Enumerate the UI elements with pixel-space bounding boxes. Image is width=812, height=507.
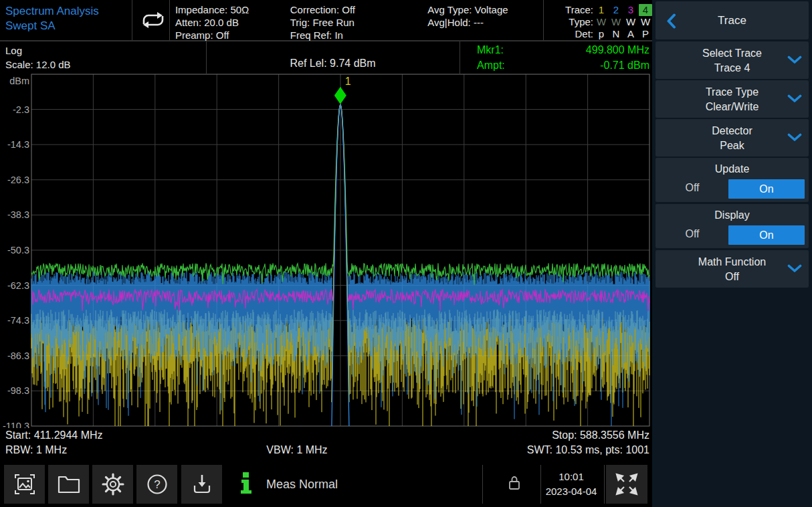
update-on-option[interactable]: On — [728, 179, 805, 199]
swt-readout[interactable]: SWT: 10.53 ms, pts: 1001 — [527, 444, 649, 456]
lock-icon[interactable] — [506, 475, 522, 492]
bottom-toolbar: ? Meas Normal 10:0 — [0, 462, 652, 507]
continuous-sweep-button[interactable] — [132, 0, 170, 40]
main-area: Spectrum Analysis Swept SA Impedance: 50… — [0, 0, 652, 507]
trace4-type: W — [639, 16, 652, 28]
update-off-option[interactable]: Off — [655, 182, 729, 194]
marker-freq-value: 499.800 MHz — [504, 42, 649, 58]
marker-ampl-label: Ampt: — [477, 58, 505, 73]
math-function-value: Off — [655, 270, 809, 284]
trig-readout: Trig: Free Run — [290, 16, 422, 29]
settings-button[interactable] — [92, 465, 133, 504]
date-readout: 2023-04-04 — [538, 484, 604, 499]
panel-title: Trace — [718, 14, 746, 27]
select-trace-value: Trace 4 — [655, 61, 809, 76]
detector-label: Detector — [655, 124, 809, 138]
atten-readout: Atten: 20.0 dB — [175, 16, 285, 29]
trace-type-label: Trace Type — [655, 85, 809, 100]
detector-button[interactable]: Detector Peak — [655, 119, 809, 157]
marker-freq-label: Mkr1: — [477, 42, 504, 58]
chevron-down-icon — [787, 264, 802, 273]
app-title-line1: Spectrum Analysis — [5, 4, 132, 19]
marker-1-label: 1 — [345, 76, 351, 87]
help-button[interactable]: ? — [136, 465, 177, 504]
trace-menu-panel: Trace Select Trace Trace 4 Trace Type Cl… — [652, 0, 812, 507]
chevron-down-icon — [787, 133, 802, 142]
chevron-down-icon — [787, 56, 802, 64]
svg-text:-26.3: -26.3 — [7, 175, 29, 185]
svg-text:-86.3: -86.3 — [7, 350, 29, 361]
trace1-det: p — [595, 28, 608, 40]
folder-icon — [56, 471, 82, 498]
display-off-option[interactable]: Off — [655, 228, 729, 240]
ref-level-readout[interactable]: Ref Lel: 9.74 dBm — [206, 58, 460, 70]
screenshot-button[interactable] — [4, 465, 45, 504]
avg-type-readout: Avg Type: Voltage — [427, 3, 543, 16]
trace-type-button[interactable]: Trace Type Clear/Write — [655, 80, 809, 118]
svg-text:dBm: dBm — [9, 76, 29, 86]
trace1-number[interactable]: 1 — [595, 4, 608, 16]
save-button[interactable] — [181, 465, 222, 504]
display-on-option[interactable]: On — [728, 225, 805, 245]
select-trace-button[interactable]: Select Trace Trace 4 — [655, 41, 809, 79]
average-settings-group: Avg Type: Voltage Avg|Hold: --- — [422, 0, 543, 40]
stop-freq-readout[interactable]: Stop: 588.3556 MHz — [552, 429, 649, 441]
math-function-label: Math Function — [655, 255, 809, 270]
start-freq-readout[interactable]: Start: 411.2944 MHz — [5, 429, 103, 441]
toolbar-divider-3 — [604, 465, 605, 504]
trace4-number-selected[interactable]: 4 — [639, 4, 652, 16]
math-function-button[interactable]: Math Function Off — [655, 250, 809, 288]
marker-1-diamond[interactable] — [334, 87, 346, 104]
info-icon — [239, 471, 253, 495]
svg-text:-38.3: -38.3 — [7, 209, 29, 220]
det-row-label: Det: — [544, 28, 593, 40]
app-title: Spectrum Analysis Swept SA — [0, 0, 132, 40]
chevron-down-icon — [787, 94, 802, 103]
svg-text:-98.3: -98.3 — [7, 385, 29, 396]
file-browser-button[interactable] — [48, 465, 89, 504]
clock-display[interactable]: 10:01 2023-04-04 — [538, 470, 604, 499]
spectrum-plot: dBm-2.3-14.3-26.3-38.3-50.3-62.3-74.3-86… — [0, 74, 652, 428]
scale-mode: Log — [5, 43, 71, 58]
svg-text:-50.3: -50.3 — [7, 245, 29, 256]
fullscreen-button[interactable] — [606, 465, 647, 504]
trace-status-table[interactable]: Trace: 1 2 3 4 Type: W W W W Det: p N — [543, 0, 652, 40]
back-chevron-icon[interactable] — [666, 13, 676, 29]
display-toggle[interactable]: Display Off On — [655, 204, 809, 248]
trigger-settings-group: Correction: Off Trig: Free Run Freq Ref:… — [285, 0, 422, 40]
fullscreen-icon — [613, 471, 640, 498]
app-title-line2: Swept SA — [5, 19, 132, 33]
svg-text:-62.3: -62.3 — [7, 280, 29, 291]
avg-hold-readout: Avg|Hold: --- — [427, 16, 543, 29]
trace2-det: N — [609, 28, 623, 40]
input-settings-group: Impedance: 50Ω Atten: 20.0 dB Preamp: Of… — [170, 0, 285, 40]
freq-ref-readout: Freq Ref: In — [290, 29, 422, 41]
detector-value: Peak — [655, 138, 809, 153]
panel-header[interactable]: Trace — [655, 1, 809, 39]
marker-ampl-value: -0.71 dBm — [505, 58, 649, 73]
continuous-sweep-icon — [135, 7, 166, 33]
meas-mode-label: Meas Normal — [266, 462, 338, 507]
scale-readout[interactable]: Log Scale: 12.0 dB — [5, 43, 71, 72]
preamp-readout: Preamp: Off — [175, 29, 285, 41]
display-label: Display — [655, 208, 809, 223]
marker-readout[interactable]: Mkr1: 499.800 MHz Ampt: -0.71 dBm — [460, 42, 649, 73]
svg-text:-110.3: -110.3 — [3, 421, 29, 428]
screenshot-icon — [11, 471, 38, 498]
scale-value: Scale: 12.0 dB — [5, 58, 71, 72]
trace-row-label: Trace: — [544, 4, 593, 16]
trace3-number[interactable]: 3 — [624, 4, 637, 16]
trace2-number[interactable]: 2 — [609, 4, 623, 16]
chart-header-bar: Log Scale: 12.0 dB Ref Lel: 9.74 dBm Mkr… — [0, 41, 652, 74]
trace1-type: W — [595, 16, 608, 28]
vbw-readout[interactable]: VBW: 1 MHz — [67, 444, 527, 456]
help-icon: ? — [144, 471, 171, 498]
spectrum-analyzer-screen: Spectrum Analysis Swept SA Impedance: 50… — [0, 0, 812, 507]
spectrum-plot-area[interactable]: dBm-2.3-14.3-26.3-38.3-50.3-62.3-74.3-86… — [0, 74, 652, 428]
select-trace-label: Select Trace — [655, 46, 809, 61]
trace-type-value: Clear/Write — [655, 100, 809, 114]
svg-text:?: ? — [154, 478, 160, 491]
impedance-readout: Impedance: 50Ω — [175, 3, 285, 16]
update-toggle[interactable]: Update Off On — [655, 158, 809, 202]
rbw-readout[interactable]: RBW: 1 MHz — [5, 444, 67, 456]
